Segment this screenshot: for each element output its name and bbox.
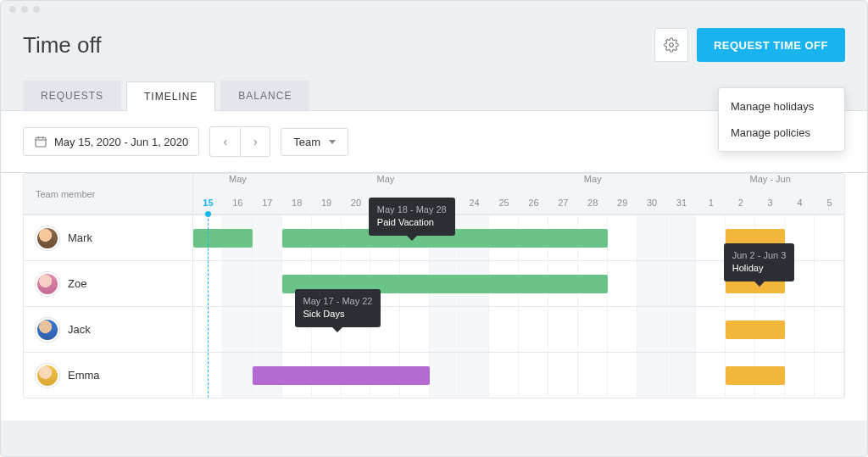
date-range-picker[interactable]: May 15, 2020 - Jun 1, 2020 bbox=[23, 127, 199, 156]
day-label: 18 bbox=[282, 191, 312, 215]
chevron-left-icon: ‹ bbox=[223, 135, 227, 148]
tooltip-caret-icon bbox=[332, 327, 342, 332]
name-column-header: Team member bbox=[24, 174, 193, 214]
timeline-grid: Team member MayMayMayMay - Jun 151617181… bbox=[23, 173, 845, 398]
day-label: 27 bbox=[548, 191, 578, 215]
days-column-header: MayMayMayMay - Jun 151617181920212223242… bbox=[193, 174, 844, 214]
svg-rect-1 bbox=[36, 137, 46, 147]
day-label: 26 bbox=[519, 191, 548, 215]
tooltip-caret-icon bbox=[754, 281, 765, 287]
timeoff-bar[interactable] bbox=[253, 366, 430, 385]
member-name: Emma bbox=[68, 369, 100, 382]
date-range-label: May 15, 2020 - Jun 1, 2020 bbox=[54, 136, 188, 148]
page-header: Time off REQUEST TIME OFF bbox=[1, 16, 867, 81]
window-dot bbox=[21, 6, 28, 13]
tooltip-label: Holiday bbox=[732, 263, 764, 273]
menu-item-manage-holidays[interactable]: Manage holidays bbox=[719, 93, 844, 120]
day-label: 17 bbox=[253, 191, 282, 215]
table-row: Jack bbox=[24, 306, 844, 352]
day-label: 1 bbox=[696, 191, 726, 215]
team-filter-select[interactable]: Team bbox=[281, 128, 348, 156]
gear-icon bbox=[664, 37, 679, 53]
day-label: 19 bbox=[312, 191, 342, 215]
day-label: 30 bbox=[637, 191, 667, 215]
member-cell: Jack bbox=[24, 307, 193, 352]
member-name: Jack bbox=[68, 323, 91, 336]
tooltip: Jun 2 - Jun 3Holiday bbox=[724, 243, 795, 281]
window-dot bbox=[33, 6, 40, 13]
timeline-rows: MarkZoeJackEmma bbox=[24, 215, 844, 398]
avatar bbox=[36, 318, 59, 342]
menu-item-manage-policies[interactable]: Manage policies bbox=[719, 120, 844, 146]
member-cell: Emma bbox=[24, 353, 193, 398]
tab-balance[interactable]: BALANCE bbox=[220, 81, 309, 110]
window-dot bbox=[9, 6, 16, 13]
chevron-right-icon: › bbox=[253, 135, 258, 148]
timeline: Team member MayMayMayMay - Jun 151617181… bbox=[1, 173, 867, 421]
settings-button[interactable] bbox=[654, 28, 688, 62]
month-label: May bbox=[282, 174, 489, 191]
request-time-off-button[interactable]: REQUEST TIME OFF bbox=[697, 28, 845, 62]
svg-point-0 bbox=[670, 43, 674, 47]
tooltip-range: Jun 2 - Jun 3 bbox=[732, 249, 787, 262]
member-name: Mark bbox=[68, 231, 92, 244]
day-label: 5 bbox=[815, 191, 844, 215]
day-label: 28 bbox=[578, 191, 608, 215]
app-window: Time off REQUEST TIME OFF Manage holiday… bbox=[0, 0, 868, 457]
next-button[interactable]: › bbox=[240, 126, 270, 157]
timeoff-bar[interactable] bbox=[726, 366, 785, 385]
member-cell: Zoe bbox=[24, 261, 193, 306]
month-label: May bbox=[193, 174, 282, 191]
day-label: 20 bbox=[342, 191, 371, 215]
tab-timeline[interactable]: TIMELINE bbox=[126, 81, 215, 111]
tab-requests[interactable]: REQUESTS bbox=[23, 81, 121, 110]
team-filter-label: Team bbox=[293, 136, 320, 148]
avatar bbox=[36, 272, 59, 296]
prev-button[interactable]: ‹ bbox=[209, 126, 240, 157]
tooltip-range: May 17 - May 22 bbox=[303, 295, 373, 308]
page-title: Time off bbox=[23, 32, 654, 59]
timeoff-bar[interactable] bbox=[726, 320, 785, 339]
day-label: 2 bbox=[726, 191, 755, 215]
month-label: May bbox=[489, 174, 696, 191]
table-row: Zoe bbox=[24, 260, 844, 306]
avatar bbox=[36, 226, 59, 250]
timeline-track bbox=[193, 353, 844, 398]
day-label: 31 bbox=[667, 191, 697, 215]
day-label: 16 bbox=[223, 191, 253, 215]
tooltip-range: May 18 - May 28 bbox=[377, 203, 447, 216]
timeoff-bar[interactable] bbox=[193, 229, 253, 248]
tooltip: May 18 - May 28Paid Vacation bbox=[369, 198, 455, 236]
today-line bbox=[208, 215, 209, 398]
timeline-track bbox=[193, 307, 844, 352]
tooltip: May 17 - May 22Sick Days bbox=[295, 289, 381, 327]
member-cell: Mark bbox=[24, 215, 193, 260]
day-label: 24 bbox=[459, 191, 489, 215]
window-titlebar bbox=[1, 1, 867, 16]
settings-dropdown: Manage holidays Manage policies bbox=[718, 87, 845, 152]
day-label: 3 bbox=[755, 191, 785, 215]
calendar-icon bbox=[34, 135, 47, 148]
day-label: 29 bbox=[608, 191, 637, 215]
table-row: Emma bbox=[24, 352, 844, 398]
avatar bbox=[36, 364, 59, 387]
tooltip-label: Sick Days bbox=[303, 309, 345, 319]
member-name: Zoe bbox=[68, 277, 86, 290]
day-label: 25 bbox=[489, 191, 519, 215]
date-pager: ‹ › bbox=[209, 126, 270, 157]
tooltip-caret-icon bbox=[407, 236, 417, 241]
day-label: 4 bbox=[785, 191, 815, 215]
chevron-down-icon bbox=[329, 140, 336, 144]
month-label: May - Jun bbox=[696, 174, 844, 191]
tooltip-label: Paid Vacation bbox=[377, 217, 434, 227]
